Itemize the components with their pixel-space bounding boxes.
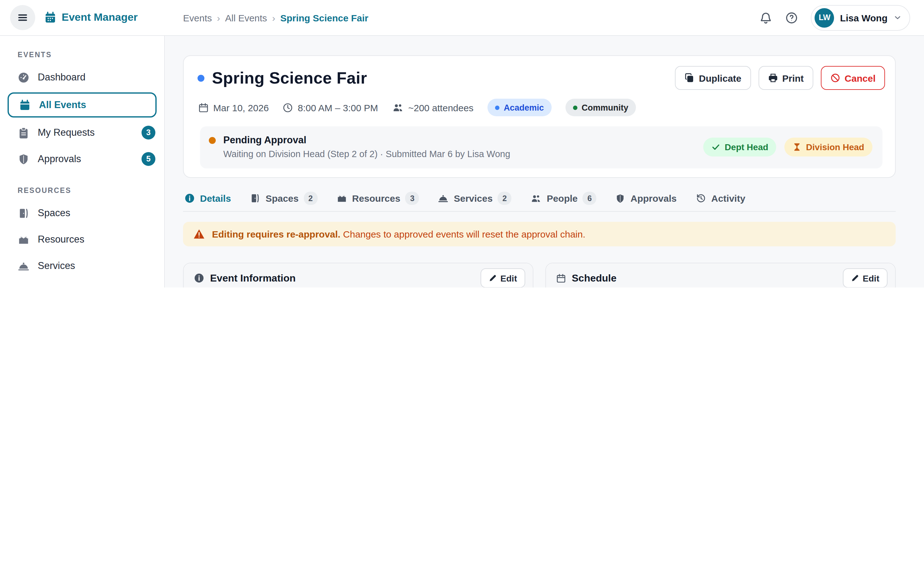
approver-chips: Dept Head Division Head xyxy=(703,137,872,156)
event-attendees: ~200 attendees xyxy=(392,102,474,113)
calendar-logo-icon xyxy=(44,11,57,24)
app-title: Event Manager xyxy=(62,11,138,24)
card-title: Event Information xyxy=(210,272,296,284)
people-icon xyxy=(530,192,542,204)
event-actions: Duplicate Print Cancel xyxy=(675,66,885,90)
event-header-card: Spring Science Fair Duplicate xyxy=(183,55,896,178)
tab-spaces[interactable]: Spaces 2 xyxy=(250,185,317,211)
tab-services[interactable]: Services 2 xyxy=(438,185,511,211)
cloche-icon xyxy=(438,193,449,203)
sidebar-item-label: Approvals xyxy=(38,153,81,165)
detail-tabs: Details Spaces 2 Resources 3 xyxy=(183,185,896,212)
event-information-card: Event Information Edit Title Spring Scie… xyxy=(183,263,534,288)
avatar: LW xyxy=(815,8,834,27)
tab-resources-count: 3 xyxy=(405,192,419,205)
pencil-icon xyxy=(488,274,497,282)
approver-chip-dept-head: Dept Head xyxy=(703,137,776,156)
reapproval-warning-banner: Editing requires re-approval. Changes to… xyxy=(183,222,896,246)
event-date: Mar 10, 2026 xyxy=(198,102,269,113)
approval-status-banner: Pending Approval Waiting on Division Hea… xyxy=(200,126,883,168)
my-requests-count-badge: 3 xyxy=(142,125,155,140)
hourglass-icon xyxy=(793,142,802,151)
category-badge-academic: Academic xyxy=(487,98,552,116)
tab-resources[interactable]: Resources 3 xyxy=(336,185,419,211)
notifications-button[interactable] xyxy=(760,11,773,24)
sidebar-item-resources[interactable]: Resources xyxy=(0,227,164,252)
clock-icon xyxy=(283,102,293,113)
event-manager-app: Event Manager Events › All Events › Spri… xyxy=(0,0,924,288)
topbar: Event Manager Events › All Events › Spri… xyxy=(0,0,924,36)
print-label: Print xyxy=(782,73,803,83)
sidebar-item-approvals[interactable]: Approvals 5 xyxy=(0,146,164,172)
schedule-card: Schedule Edit Date Tuesday, March 10, 20… xyxy=(545,263,896,288)
approvals-count-badge: 5 xyxy=(142,152,155,166)
sidebar-item-dashboard[interactable]: Dashboard xyxy=(0,65,164,90)
cancel-event-label: Cancel xyxy=(845,73,876,83)
event-title: Spring Science Fair xyxy=(212,68,367,88)
edit-schedule-button[interactable]: Edit xyxy=(843,268,887,288)
calendar-icon xyxy=(19,99,31,111)
check-icon xyxy=(711,142,720,151)
brand-zone: Event Manager xyxy=(0,5,165,30)
status-title: Pending Approval xyxy=(223,135,510,146)
main-content: Spring Science Fair Duplicate xyxy=(165,36,924,288)
bell-icon xyxy=(760,11,773,24)
door-icon xyxy=(18,207,30,219)
duplicate-label: Duplicate xyxy=(699,73,741,83)
tab-approvals[interactable]: Approvals xyxy=(615,185,677,211)
calendar-icon xyxy=(198,102,209,113)
shield-icon xyxy=(18,153,30,165)
blue-dot-icon xyxy=(495,105,499,110)
sidebar: EVENTS Dashboard All Events My Requests … xyxy=(0,36,165,288)
sidebar-item-my-requests[interactable]: My Requests 3 xyxy=(0,120,164,145)
door-icon xyxy=(250,193,260,203)
print-button[interactable]: Print xyxy=(758,66,813,90)
tab-spaces-count: 2 xyxy=(304,192,318,205)
tab-services-count: 2 xyxy=(497,192,511,205)
sidebar-item-all-events[interactable]: All Events xyxy=(8,92,157,118)
edit-event-information-button[interactable]: Edit xyxy=(480,268,525,288)
breadcrumb-all-events[interactable]: All Events xyxy=(225,12,267,23)
sidebar-item-services[interactable]: Services xyxy=(0,253,164,278)
cancel-event-button[interactable]: Cancel xyxy=(821,66,885,90)
help-icon xyxy=(785,11,798,24)
gauge-icon xyxy=(18,71,30,83)
warning-icon xyxy=(193,228,205,240)
user-menu[interactable]: LW Lisa Wong xyxy=(811,5,910,30)
breadcrumb-events[interactable]: Events xyxy=(183,12,212,23)
info-icon xyxy=(194,273,204,283)
breadcrumb-current: Spring Science Fair xyxy=(280,12,368,23)
chevron-down-icon xyxy=(893,13,902,22)
sidebar-item-spaces[interactable]: Spaces xyxy=(0,200,164,226)
tab-details[interactable]: Details xyxy=(184,185,231,211)
event-time: 8:00 AM – 3:00 PM xyxy=(283,102,378,113)
history-icon xyxy=(696,193,706,203)
sidebar-section-events: EVENTS xyxy=(0,51,164,64)
sidebar-section-resources: RESOURCES xyxy=(0,187,164,199)
tab-people[interactable]: People 6 xyxy=(530,185,596,211)
pencil-icon xyxy=(851,274,859,282)
calendar-icon xyxy=(556,273,566,283)
event-status-dot xyxy=(198,75,204,81)
breadcrumb: Events › All Events › Spring Science Fai… xyxy=(165,12,368,23)
help-button[interactable] xyxy=(785,11,798,24)
warning-text: Editing requires re-approval. Changes to… xyxy=(212,229,585,240)
hamburger-menu-button[interactable] xyxy=(10,5,35,30)
hamburger-icon xyxy=(17,12,28,23)
warning-rest: Changes to approved events will reset th… xyxy=(343,229,585,240)
clipboard-icon xyxy=(18,127,30,138)
category-badge-community: Community xyxy=(565,98,636,116)
box-icon xyxy=(18,233,30,245)
breadcrumb-separator: › xyxy=(217,12,220,23)
duplicate-button[interactable]: Duplicate xyxy=(675,66,751,90)
topbar-actions: LW Lisa Wong xyxy=(760,5,924,30)
tab-activity[interactable]: Activity xyxy=(696,185,746,211)
sidebar-item-label: Spaces xyxy=(38,207,70,219)
pending-dot-icon xyxy=(209,137,216,144)
sidebar-item-label: Services xyxy=(38,260,75,272)
card-title: Schedule xyxy=(572,272,617,284)
info-icon xyxy=(184,193,195,203)
sidebar-item-label: Resources xyxy=(38,234,84,245)
event-meta-row: Mar 10, 2026 8:00 AM – 3:00 PM ~200 atte… xyxy=(198,98,885,116)
user-name: Lisa Wong xyxy=(840,12,887,23)
